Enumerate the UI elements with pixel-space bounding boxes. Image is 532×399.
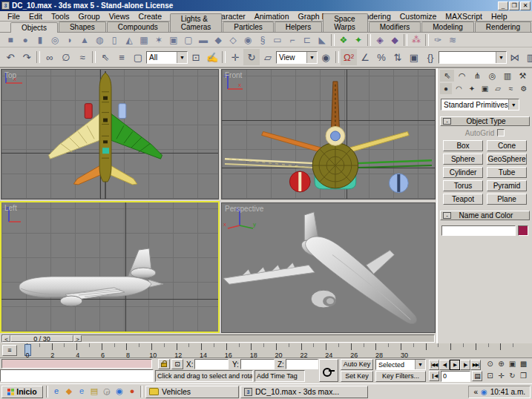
restore-button[interactable]: ❐ (509, 1, 519, 10)
zoom-icon[interactable]: ⊙ (485, 359, 496, 370)
nurbs-cv-surface-icon[interactable]: ❖ (336, 33, 351, 46)
internet-explorer-icon[interactable]: e (51, 386, 62, 397)
history-icon[interactable]: ◶ (102, 386, 112, 397)
menu-tools[interactable]: Tools (47, 12, 74, 21)
prev-frame-arrow[interactable]: < (2, 335, 10, 342)
create-torus[interactable]: Torus (443, 180, 483, 191)
next-frame-arrow[interactable]: > (73, 335, 82, 342)
create-cylinder[interactable]: Cylinder (443, 167, 483, 178)
create-sphere[interactable]: Sphere (443, 154, 483, 165)
box-icon[interactable]: ■ (3, 33, 18, 46)
cameras-icon[interactable]: ▣ (479, 83, 491, 94)
track-bar[interactable]: ≡ 024681012141618202224262830 (0, 343, 532, 358)
min-max-toggle-icon[interactable]: ❐ (518, 371, 529, 382)
key-filters-button[interactable]: Key Filters... (375, 371, 426, 382)
scatter-icon[interactable]: ⁂ (409, 33, 424, 46)
auto-key-button[interactable]: Auto Key (341, 359, 373, 370)
create-teapot[interactable]: Teapot (443, 194, 483, 205)
angle-snap-icon[interactable]: ∠ (357, 49, 373, 65)
named-selection-dropdown[interactable]: ▼ (439, 51, 507, 64)
viewport-front[interactable]: Front z x (221, 69, 436, 200)
redo-icon[interactable]: ↷ (19, 49, 35, 65)
object-type-rollout[interactable]: - Object Type (440, 116, 530, 126)
create-pyramid[interactable]: Pyramid (487, 180, 527, 191)
goto-end-button[interactable]: ▶▶| (470, 360, 481, 370)
chamfer-box-icon[interactable]: ▣ (166, 33, 181, 46)
create-tube[interactable]: Tube (487, 167, 527, 178)
use-pivot-center-icon[interactable]: ◉ (318, 49, 334, 65)
task-button-3dsmax[interactable]: 3 DC_10.max - 3ds max... (240, 386, 368, 398)
mini-curve-editor-icon[interactable]: ≡ (2, 345, 17, 356)
x-coordinate-field[interactable] (194, 359, 229, 369)
shapes-icon[interactable]: ◠ (453, 83, 465, 94)
chamfer-cylinder-icon[interactable]: ▢ (181, 33, 196, 46)
key-mode-toggle[interactable]: ❙◀ (429, 371, 439, 381)
create-geosphere[interactable]: GeoSphere (487, 154, 527, 165)
gengon-icon[interactable]: ◇ (226, 33, 240, 46)
create-tab-icon[interactable]: ⇖ (440, 70, 454, 82)
tab-lights-cameras[interactable]: Lights & Cameras (170, 13, 223, 32)
menu-views[interactable]: Views (105, 12, 134, 21)
minimize-button[interactable]: _ (498, 1, 508, 10)
menu-animation[interactable]: Animation (250, 12, 294, 21)
bind-to-spacewarp-icon[interactable]: ≈ (74, 49, 91, 65)
goto-start-button[interactable]: |◀◀ (429, 360, 439, 370)
hierarchy-tab-icon[interactable]: ⋔ (470, 70, 485, 82)
viewport-top[interactable]: Top x (1, 69, 219, 200)
tab-space-warps[interactable]: Space Warps (323, 13, 367, 32)
motion-tab-icon[interactable]: ◎ (485, 70, 499, 82)
snap-toggle-icon[interactable]: Ω² (341, 49, 357, 65)
mirror-icon[interactable]: ⋈ (507, 49, 523, 65)
subcategory-dropdown[interactable]: Standard Primitives ▼ (441, 99, 519, 111)
set-key-button[interactable]: Set Key (341, 371, 373, 382)
torus-icon[interactable]: ◎ (47, 33, 62, 46)
name-and-color-rollout[interactable]: - Name and Color (440, 211, 530, 220)
z-coordinate-field[interactable] (286, 359, 318, 369)
select-and-move-icon[interactable]: ✛ (227, 49, 243, 65)
browser-icon[interactable]: e (76, 386, 87, 397)
time-slider-handle[interactable]: 0 / 30 (10, 335, 73, 342)
prism-icon[interactable]: ◣ (315, 33, 329, 46)
winamp-icon[interactable]: ● (127, 386, 137, 397)
menu-edit[interactable]: Edit (24, 12, 47, 21)
unlink-selection-icon[interactable]: ∅ (58, 49, 74, 65)
spindle-icon[interactable]: ◆ (211, 33, 226, 46)
mesh-grid-icon[interactable]: ◆ (387, 33, 402, 46)
set-keys-button[interactable] (319, 359, 338, 382)
add-time-tag[interactable]: Add Time Tag (254, 370, 305, 382)
select-and-manipulate-icon[interactable]: ✍ (204, 49, 220, 65)
y-coordinate-field[interactable] (240, 359, 275, 369)
object-color-swatch[interactable] (518, 225, 528, 236)
pyramid-icon[interactable]: ◭ (122, 33, 137, 46)
menu-customize[interactable]: Customize (395, 12, 441, 21)
geometry-icon[interactable]: ● (440, 83, 452, 94)
prev-frame-button[interactable]: ◀| (439, 360, 450, 370)
ringwave-icon[interactable]: ◉ (240, 33, 255, 46)
c-ext-icon[interactable]: ⊏ (300, 33, 315, 46)
lights-icon[interactable]: ✦ (466, 83, 478, 94)
tube-icon[interactable]: ▯ (107, 33, 122, 46)
helpers-icon[interactable]: ▱ (492, 83, 504, 94)
tray-clock-icon[interactable]: ◉ (481, 388, 487, 396)
tab-shapes[interactable]: Shapes (59, 22, 106, 32)
modify-tab-icon[interactable]: ◠ (455, 70, 469, 82)
viewport-left-active[interactable]: Left z (0, 201, 220, 333)
tab-compounds[interactable]: Compounds (107, 22, 169, 32)
systems-icon[interactable]: ⚙ (518, 83, 530, 94)
selection-lock-toggle[interactable] (158, 359, 170, 369)
media-player-icon[interactable]: ◉ (114, 386, 125, 397)
tab-objects[interactable]: Objects (10, 22, 58, 33)
time-configuration-button[interactable]: ▤ (472, 371, 482, 381)
display-tab-icon[interactable]: ▥ (501, 70, 515, 82)
start-button[interactable]: Inicio (1, 386, 43, 398)
pan-icon[interactable]: ✛ (496, 371, 507, 382)
selection-region-icon[interactable]: ▢ (130, 49, 146, 65)
menu-create[interactable]: Create (134, 12, 167, 21)
select-and-rotate-icon[interactable]: ↻ (243, 49, 260, 65)
next-frame-button[interactable]: |▶ (460, 360, 470, 370)
sphere-icon[interactable]: ● (18, 33, 33, 46)
spinner-snap-icon[interactable]: ⇅ (390, 49, 406, 65)
autogrid-checkbox[interactable] (497, 129, 505, 136)
connect-icon[interactable]: ✑ (430, 33, 445, 46)
zoom-extents-all-icon[interactable]: ▩ (518, 359, 529, 370)
